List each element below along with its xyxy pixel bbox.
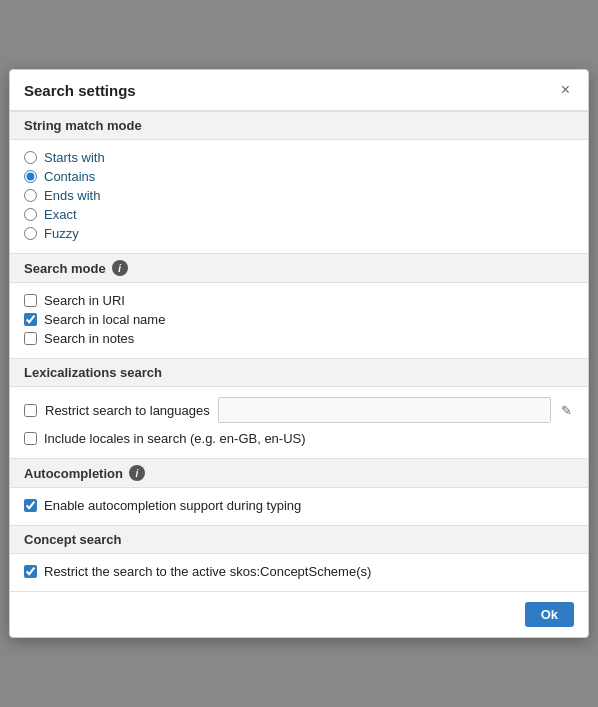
checkbox-include-locales-label[interactable]: Include locales in search (e.g. en-GB, e… [44, 431, 306, 446]
close-button[interactable]: × [557, 80, 574, 100]
lexicalizations-section-body: Restrict search to languages ✎ Include l… [10, 387, 588, 458]
radio-ends-with-input[interactable] [24, 189, 37, 202]
radio-fuzzy-label[interactable]: Fuzzy [44, 226, 79, 241]
radio-ends-with-label[interactable]: Ends with [44, 188, 100, 203]
edit-language-button[interactable]: ✎ [559, 401, 574, 420]
checkbox-restrict-languages-label[interactable]: Restrict search to languages [45, 403, 210, 418]
radio-exact-input[interactable] [24, 208, 37, 221]
checkbox-search-uri-input[interactable] [24, 294, 37, 307]
lexicalizations-label: Lexicalizations search [24, 365, 162, 380]
ok-button[interactable]: Ok [525, 602, 574, 627]
language-input[interactable] [218, 397, 551, 423]
concept-search-section-body: Restrict the search to the active skos:C… [10, 554, 588, 591]
autocompletion-section-body: Enable autocompletion support during typ… [10, 488, 588, 525]
restrict-languages-row: Restrict search to languages ✎ [24, 395, 574, 425]
radio-fuzzy-input[interactable] [24, 227, 37, 240]
checkbox-autocompletion-label[interactable]: Enable autocompletion support during typ… [44, 498, 301, 513]
radio-starts-with[interactable]: Starts with [24, 148, 574, 167]
dialog-header: Search settings × [10, 70, 588, 111]
radio-starts-with-input[interactable] [24, 151, 37, 164]
search-mode-label: Search mode [24, 261, 106, 276]
search-settings-dialog: Search settings × String match mode Star… [9, 69, 589, 638]
checkbox-search-uri[interactable]: Search in URI [24, 291, 574, 310]
search-mode-info-icon: i [112, 260, 128, 276]
lexicalizations-section-header: Lexicalizations search [10, 358, 588, 387]
radio-starts-with-label[interactable]: Starts with [44, 150, 105, 165]
radio-fuzzy[interactable]: Fuzzy [24, 224, 574, 243]
checkbox-concept-search-input[interactable] [24, 565, 37, 578]
checkbox-autocompletion-input[interactable] [24, 499, 37, 512]
autocompletion-info-icon: i [129, 465, 145, 481]
string-match-section-body: Starts with Contains Ends with Exact Fuz… [10, 140, 588, 253]
checkbox-search-notes[interactable]: Search in notes [24, 329, 574, 348]
radio-contains[interactable]: Contains [24, 167, 574, 186]
checkbox-search-local-label[interactable]: Search in local name [44, 312, 165, 327]
radio-exact-label[interactable]: Exact [44, 207, 77, 222]
radio-ends-with[interactable]: Ends with [24, 186, 574, 205]
autocompletion-label: Autocompletion [24, 466, 123, 481]
dialog-footer: Ok [10, 591, 588, 637]
checkbox-search-uri-label[interactable]: Search in URI [44, 293, 125, 308]
search-mode-section-header: Search mode i [10, 253, 588, 283]
autocompletion-section-header: Autocompletion i [10, 458, 588, 488]
radio-contains-label[interactable]: Contains [44, 169, 95, 184]
checkbox-include-locales[interactable]: Include locales in search (e.g. en-GB, e… [24, 429, 574, 448]
checkbox-search-local-input[interactable] [24, 313, 37, 326]
radio-exact[interactable]: Exact [24, 205, 574, 224]
string-match-label: String match mode [24, 118, 142, 133]
checkbox-concept-search-label[interactable]: Restrict the search to the active skos:C… [44, 564, 371, 579]
dialog-title: Search settings [24, 82, 136, 99]
checkbox-search-notes-input[interactable] [24, 332, 37, 345]
concept-search-label: Concept search [24, 532, 122, 547]
checkbox-concept-search[interactable]: Restrict the search to the active skos:C… [24, 562, 574, 581]
checkbox-restrict-languages-input[interactable] [24, 404, 37, 417]
string-match-section-header: String match mode [10, 111, 588, 140]
checkbox-autocompletion[interactable]: Enable autocompletion support during typ… [24, 496, 574, 515]
checkbox-include-locales-input[interactable] [24, 432, 37, 445]
search-mode-section-body: Search in URI Search in local name Searc… [10, 283, 588, 358]
concept-search-section-header: Concept search [10, 525, 588, 554]
checkbox-search-notes-label[interactable]: Search in notes [44, 331, 134, 346]
checkbox-search-local[interactable]: Search in local name [24, 310, 574, 329]
radio-contains-input[interactable] [24, 170, 37, 183]
